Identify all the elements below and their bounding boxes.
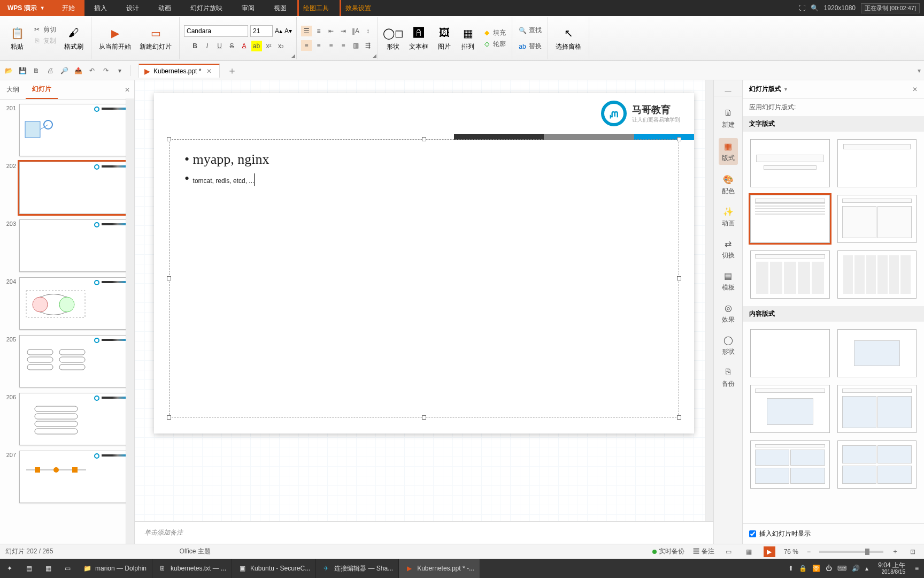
rnav-new[interactable]: 🗎新建 xyxy=(721,106,736,131)
print-icon[interactable]: 🖨 xyxy=(45,65,56,76)
layout-vertical-text[interactable] xyxy=(750,250,830,299)
zoom-in-icon[interactable]: ＋ xyxy=(892,547,898,556)
resize-handle[interactable] xyxy=(677,415,681,420)
layout-title-only[interactable] xyxy=(837,139,917,187)
tab-slides[interactable]: 幻灯片 xyxy=(26,80,58,99)
picture-button[interactable]: 🖼图片 xyxy=(434,25,455,52)
layout-title[interactable] xyxy=(750,139,830,187)
add-tab-button[interactable]: ＋ xyxy=(224,64,240,77)
fit-icon[interactable]: ⊡ xyxy=(907,546,919,557)
task-telegram[interactable]: ✈连接编辑器 — Sha... xyxy=(316,559,399,578)
resize-handle[interactable] xyxy=(167,137,171,141)
rnav-color[interactable]: 🎨配色 xyxy=(721,172,736,197)
textbox-button[interactable]: 🅰文本框 xyxy=(406,25,432,52)
increase-font-icon[interactable]: A▴ xyxy=(275,27,282,35)
replace-button[interactable]: ab替换 xyxy=(517,41,543,51)
menu-design[interactable]: 设计 xyxy=(117,0,149,16)
document-tab[interactable]: ▶ Kubernetes.ppt * ✕ xyxy=(138,64,220,78)
open-icon[interactable]: 📂 xyxy=(3,65,14,76)
chevron-down-icon[interactable]: ▼ xyxy=(783,87,788,92)
live-backup-status[interactable]: 实时备份 xyxy=(652,547,684,556)
paste-button[interactable]: 📋 粘贴 xyxy=(6,25,28,52)
workspace-scrollbar[interactable] xyxy=(705,80,713,521)
paragraph-launcher-icon[interactable]: ◢ xyxy=(373,53,376,58)
tray-icon[interactable]: ⬆ xyxy=(788,565,794,572)
list-level-icon[interactable]: ⇶ xyxy=(363,40,373,51)
align-right-icon[interactable]: ≡ xyxy=(326,40,336,51)
thumb-206[interactable]: 206 xyxy=(2,393,132,445)
layout-two-content[interactable] xyxy=(750,385,830,433)
align-justify-icon[interactable]: ≡ xyxy=(338,40,349,51)
zoom-out-icon[interactable]: − xyxy=(807,548,811,556)
cut-button[interactable]: ✂剪切 xyxy=(31,25,58,35)
slide-canvas[interactable]: ᘻ 马哥教育 让人们更容易地学到 xyxy=(154,93,694,434)
thumb-203[interactable]: 203 xyxy=(2,219,132,272)
export-icon[interactable]: 📤 xyxy=(73,65,83,76)
tray-menu-icon[interactable]: ≡ xyxy=(915,565,919,572)
show-desktop-icon[interactable]: ▭ xyxy=(58,559,77,578)
highlight-icon[interactable]: ab xyxy=(251,41,262,51)
layout-four-content[interactable] xyxy=(750,440,830,489)
app-logo[interactable]: WPS 演示 ▼ xyxy=(0,0,52,16)
activity-icon[interactable]: ▤ xyxy=(19,559,38,578)
qat-dropdown-icon[interactable]: ▾ xyxy=(114,65,125,76)
bullet-2[interactable]: tomcat, redis, etcd, ... xyxy=(184,171,664,187)
menu-insert[interactable]: 插入 xyxy=(84,0,117,16)
subscript-icon[interactable]: x₂ xyxy=(276,41,287,51)
notes-toggle[interactable]: ☰ 备注 xyxy=(693,547,714,556)
tray-volume-icon[interactable]: 🔊 xyxy=(852,565,860,572)
content-textbox[interactable]: myapp, nginx tomcat, redis, etcd, ... xyxy=(169,139,679,417)
collapse-right-icon[interactable]: — xyxy=(714,86,742,96)
slide-thumbnails[interactable]: 201 202 203 204 205 206 207 xyxy=(0,100,134,544)
menu-review[interactable]: 审阅 xyxy=(232,0,264,16)
layout-bullets[interactable] xyxy=(750,195,830,243)
task-terminal[interactable]: ▣Kubuntu - SecureC... xyxy=(232,559,316,578)
tray-icon[interactable]: ⌨ xyxy=(837,565,846,572)
font-launcher-icon[interactable]: ◢ xyxy=(291,53,295,58)
columns-icon[interactable]: ▥ xyxy=(350,40,361,51)
menu-animation[interactable]: 动画 xyxy=(149,0,181,16)
arrange-button[interactable]: ▦排列 xyxy=(457,25,479,52)
font-size-input[interactable] xyxy=(250,25,273,37)
rnav-shape[interactable]: ◯形状 xyxy=(721,333,736,358)
view-sorter-icon[interactable]: ▦ xyxy=(743,546,755,557)
strike-icon[interactable]: S xyxy=(227,41,237,51)
superscript-icon[interactable]: x² xyxy=(264,41,274,51)
zoom-knob[interactable] xyxy=(865,549,869,555)
shape-button[interactable]: ◯◻形状 xyxy=(382,25,404,52)
align-center-icon[interactable]: ≡ xyxy=(313,40,324,51)
outline-scrollbar[interactable] xyxy=(126,98,134,544)
underline-icon[interactable]: U xyxy=(214,41,225,51)
close-panel-icon[interactable]: ✕ xyxy=(912,86,918,93)
italic-icon[interactable]: I xyxy=(202,41,213,51)
thumb-207[interactable]: 207 xyxy=(2,451,132,503)
preview-icon[interactable]: 🔎 xyxy=(59,65,70,76)
zoom-level[interactable]: 76 % xyxy=(784,548,798,556)
rnav-layout[interactable]: ▦版式 xyxy=(719,138,738,165)
indent-dec-icon[interactable]: ⇤ xyxy=(326,26,336,36)
bold-icon[interactable]: B xyxy=(190,41,201,51)
redo-icon[interactable]: ↷ xyxy=(101,65,111,76)
view-normal-icon[interactable]: ▭ xyxy=(723,546,735,557)
undo-icon[interactable]: ↶ xyxy=(87,65,97,76)
close-outline-icon[interactable]: ✕ xyxy=(120,84,134,96)
find-button[interactable]: 🔍查找 xyxy=(517,25,543,35)
resize-handle[interactable] xyxy=(677,276,681,280)
layout-blank[interactable] xyxy=(750,329,830,377)
align-left-icon[interactable]: ≡ xyxy=(301,40,312,51)
tray-icon[interactable]: 🛜 xyxy=(812,565,820,572)
fill-button[interactable]: ◆填充 xyxy=(481,28,507,38)
resize-handle[interactable] xyxy=(677,137,681,141)
rnav-template[interactable]: ▤模板 xyxy=(721,269,736,293)
rnav-effect[interactable]: ◎效果 xyxy=(721,301,736,325)
numbering-icon[interactable]: ≡ xyxy=(313,26,324,36)
thumb-204[interactable]: 204 xyxy=(2,277,132,330)
menu-view[interactable]: 视图 xyxy=(264,0,296,16)
insert-layout-checkbox[interactable] xyxy=(749,530,756,537)
close-tab-icon[interactable]: ✕ xyxy=(204,67,214,75)
layout-content[interactable] xyxy=(837,329,917,377)
font-color-icon[interactable]: A xyxy=(239,41,250,51)
menu-effectsettings[interactable]: 效果设置 xyxy=(340,0,381,16)
menu-start[interactable]: 开始 xyxy=(52,0,84,16)
layout-four-content-2[interactable] xyxy=(837,440,917,489)
